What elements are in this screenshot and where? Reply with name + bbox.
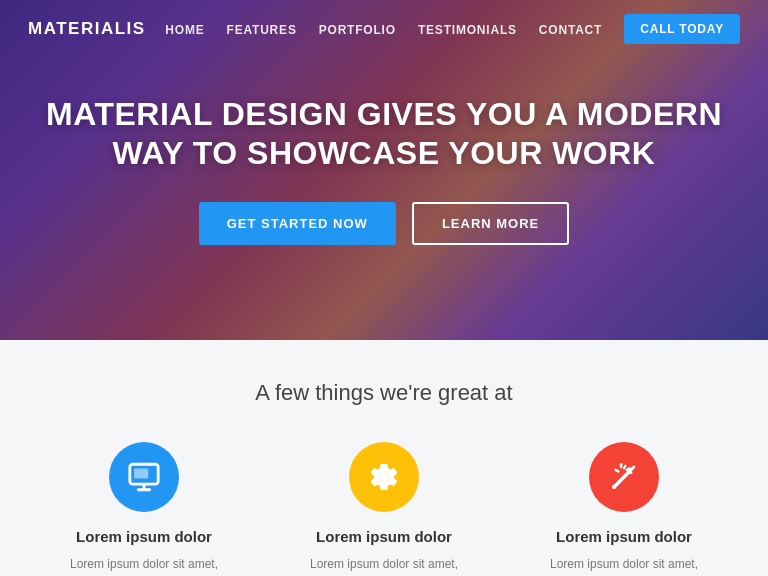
feature-item-2: Lorem ipsum dolor Lorem ipsum dolor sit … <box>284 442 484 576</box>
feature-desc-3: Lorem ipsum dolor sit amet, consectetur … <box>524 555 724 576</box>
brand-logo: MATERIALIS <box>28 19 146 39</box>
nav-testimonials[interactable]: TESTIMONIALS <box>418 23 517 37</box>
nav-contact[interactable]: CONTACT <box>539 23 602 37</box>
feature-desc-2: Lorem ipsum dolor sit amet, consectetur … <box>284 555 484 576</box>
svg-point-4 <box>379 472 389 482</box>
get-started-button[interactable]: GET STARTED NOW <box>199 202 396 245</box>
feature-title-3: Lorem ipsum dolor <box>556 528 692 545</box>
monitor-icon <box>127 460 161 494</box>
feature-item-1: Lorem ipsum dolor Lorem ipsum dolor sit … <box>44 442 244 576</box>
svg-line-5 <box>614 473 628 487</box>
wand-icon <box>607 460 641 494</box>
feature-item-3: Lorem ipsum dolor Lorem ipsum dolor sit … <box>524 442 724 576</box>
svg-line-11 <box>624 466 625 469</box>
nav-features[interactable]: FEATURES <box>227 23 297 37</box>
svg-line-10 <box>616 470 619 471</box>
feature-title-1: Lorem ipsum dolor <box>76 528 212 545</box>
gear-icon <box>367 460 401 494</box>
nav-links: HOME FEATURES PORTFOLIO TESTIMONIALS CON… <box>165 14 740 44</box>
hero-content: MATERIAL DESIGN GIVES YOU A MODERN WAY T… <box>6 95 762 245</box>
features-section: A few things we're great at Lorem ipsum … <box>0 340 768 576</box>
nav-portfolio[interactable]: PORTFOLIO <box>319 23 396 37</box>
navbar: MATERIALIS HOME FEATURES PORTFOLIO TESTI… <box>0 0 768 58</box>
svg-line-9 <box>627 469 630 470</box>
nav-home[interactable]: HOME <box>165 23 204 37</box>
feature-icon-circle-3 <box>589 442 659 512</box>
hero-title: MATERIAL DESIGN GIVES YOU A MODERN WAY T… <box>46 95 722 172</box>
learn-more-button[interactable]: LEARN MORE <box>412 202 569 245</box>
svg-point-12 <box>630 471 633 474</box>
svg-rect-3 <box>134 469 148 479</box>
feature-desc-1: Lorem ipsum dolor sit amet, consectetur … <box>44 555 244 576</box>
feature-icon-circle-1 <box>109 442 179 512</box>
feature-icon-circle-2 <box>349 442 419 512</box>
svg-point-7 <box>612 485 616 489</box>
hero-buttons: GET STARTED NOW LEARN MORE <box>46 202 722 245</box>
call-today-button[interactable]: CALL TODAY <box>624 14 740 44</box>
features-heading: A few things we're great at <box>40 380 728 406</box>
feature-title-2: Lorem ipsum dolor <box>316 528 452 545</box>
features-grid: Lorem ipsum dolor Lorem ipsum dolor sit … <box>40 442 728 576</box>
